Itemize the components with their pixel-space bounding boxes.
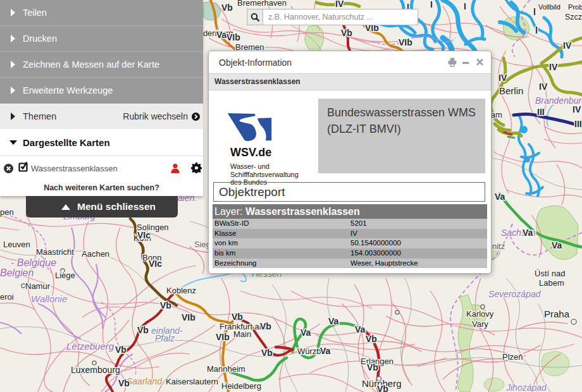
svg-text:Main: Main bbox=[233, 329, 251, 339]
svg-text:VIc: VIc bbox=[149, 259, 162, 269]
svg-text:pen: pen bbox=[0, 207, 14, 217]
svg-text:VIb: VIb bbox=[399, 37, 412, 47]
svg-text:Va: Va bbox=[355, 324, 366, 334]
svg-text:Labem: Labem bbox=[539, 278, 564, 288]
svg-text:Wallonie: Wallonie bbox=[31, 293, 67, 304]
svg-text:Vb: Vb bbox=[367, 362, 378, 372]
svg-text:Vb: Vb bbox=[137, 325, 149, 335]
svg-text:Vb: Vb bbox=[115, 345, 127, 355]
svg-text:l: l bbox=[533, 7, 536, 17]
svg-text:Luxembourg: Luxembourg bbox=[71, 365, 120, 375]
svg-text:I: I bbox=[430, 0, 433, 9]
svg-text:Vb: Vb bbox=[118, 378, 130, 388]
svg-text:Va: Va bbox=[216, 30, 227, 40]
svg-text:Leuven: Leuven bbox=[3, 240, 30, 249]
svg-text:Vb: Vb bbox=[232, 312, 243, 322]
svg-text:Saarland: Saarland bbox=[127, 376, 163, 386]
svg-text:Jihozápad: Jihozápad bbox=[505, 383, 547, 392]
svg-text:Plzeň: Plzeň bbox=[502, 352, 523, 362]
svg-text:Aachen: Aachen bbox=[82, 249, 109, 259]
svg-text:Ústí nad: Ústí nad bbox=[535, 269, 565, 278]
svg-text:Karlovy: Karlovy bbox=[466, 309, 494, 319]
svg-text:Kaiserslautern: Kaiserslautern bbox=[166, 377, 218, 386]
svg-text:Maastricht: Maastricht bbox=[36, 247, 74, 257]
svg-text:III: III bbox=[574, 119, 582, 129]
svg-text:Lëtzebuerg: Lëtzebuerg bbox=[66, 341, 115, 352]
svg-text:I: I bbox=[464, 1, 466, 11]
svg-text:IV: IV bbox=[563, 40, 572, 51]
svg-text:Vb: Vb bbox=[341, 28, 352, 38]
svg-text:Vb: Vb bbox=[260, 321, 271, 331]
svg-text:Va: Va bbox=[495, 192, 505, 202]
svg-text:IV: IV bbox=[539, 82, 548, 92]
svg-text:VIb: VIb bbox=[216, 332, 230, 342]
svg-text:III: III bbox=[537, 107, 545, 117]
svg-text:Va: Va bbox=[320, 346, 331, 356]
svg-text:VIb: VIb bbox=[226, 32, 240, 42]
svg-text:Va: Va bbox=[300, 328, 311, 338]
svg-text:Praha: Praha bbox=[544, 309, 570, 319]
svg-text:Heidelberg: Heidelberg bbox=[221, 381, 261, 391]
svg-text:Szcze: Szcze bbox=[565, 13, 582, 21]
svg-text:VIc: VIc bbox=[137, 230, 151, 240]
svg-text:Bremerhaven: Bremerhaven bbox=[237, 0, 287, 8]
svg-text:Berlin: Berlin bbox=[499, 85, 523, 96]
svg-text:Vb: Vb bbox=[377, 384, 388, 392]
svg-text:IV: IV bbox=[498, 73, 507, 83]
svg-text:Liège: Liège bbox=[55, 271, 75, 280]
svg-text:Pfalz: Pfalz bbox=[155, 333, 175, 343]
svg-text:Va: Va bbox=[552, 240, 562, 250]
svg-text:eroi: eroi bbox=[0, 292, 14, 302]
svg-text:- Belgique: - Belgique bbox=[11, 257, 56, 268]
svg-text:Namur: Namur bbox=[25, 281, 51, 291]
svg-text:VIb: VIb bbox=[182, 312, 195, 322]
svg-text:Vb: Vb bbox=[366, 334, 377, 344]
svg-text:IV: IV bbox=[335, 0, 344, 9]
svg-text:IV: IV bbox=[573, 104, 581, 114]
svg-text:l: l bbox=[535, 25, 538, 35]
svg-text:Va: Va bbox=[523, 228, 533, 238]
svg-text:Severozápad: Severozápad bbox=[488, 289, 542, 299]
svg-text:Vb: Vb bbox=[160, 300, 171, 310]
svg-text:Vary: Vary bbox=[472, 319, 488, 329]
svg-text:Vb: Vb bbox=[221, 3, 233, 13]
svg-text:nitz: nitz bbox=[492, 242, 505, 251]
svg-text:Vb: Vb bbox=[261, 348, 273, 358]
svg-text:IV: IV bbox=[549, 62, 558, 72]
svg-text:Koblenz: Koblenz bbox=[166, 286, 196, 295]
svg-text:Mannheim: Mannheim bbox=[207, 364, 245, 374]
svg-text:Va: Va bbox=[328, 316, 339, 326]
svg-text:Belgien: Belgien bbox=[0, 267, 34, 278]
